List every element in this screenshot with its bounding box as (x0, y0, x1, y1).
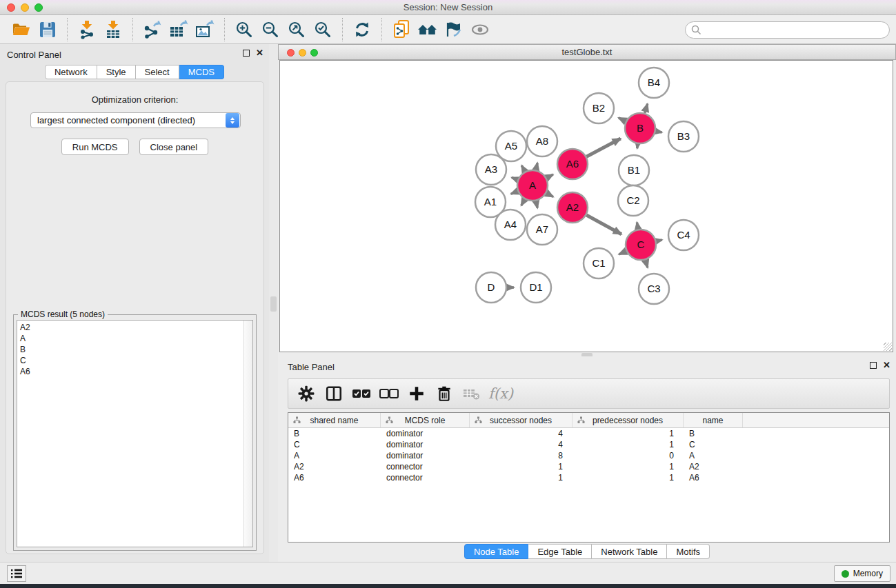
criterion-dropdown[interactable]: largest connected component (directed) (30, 112, 241, 128)
zoom-out-button[interactable] (257, 17, 283, 42)
edge-A-A2[interactable] (546, 193, 553, 196)
edge-A2-C[interactable] (586, 215, 621, 234)
home-icon (417, 21, 439, 38)
table-row[interactable]: Cdominator41C (288, 439, 889, 450)
node-table[interactable]: shared nameMCDS rolesuccessor nodesprede… (288, 412, 890, 543)
zoom-network-button[interactable] (310, 49, 318, 57)
tab-node-table[interactable]: Node Table (464, 544, 529, 559)
edge-C-C2[interactable] (637, 223, 638, 230)
edge-A-A3[interactable] (512, 178, 518, 180)
tab-select[interactable]: Select (136, 65, 179, 79)
result-item[interactable]: C (20, 355, 243, 366)
edge-C-C3[interactable] (646, 260, 648, 267)
search-box[interactable] (685, 21, 890, 39)
refresh-button[interactable] (349, 17, 375, 42)
save-session-button[interactable] (34, 17, 61, 42)
select-all-columns-button[interactable] (349, 381, 374, 406)
zoom-selected-button[interactable] (310, 17, 336, 42)
export-image-button[interactable] (192, 17, 218, 42)
column-header-successor-nodes[interactable]: successor nodes (470, 413, 573, 427)
minimize-network-button[interactable] (299, 49, 306, 57)
splitter-grip[interactable] (270, 296, 277, 312)
show-hide-button[interactable] (467, 17, 493, 42)
network-canvas[interactable]: AA1A2A3A4A5A6A7A8BB1B2B3B4CC1C2C3C4DD1 (279, 60, 893, 352)
cyndex-button[interactable] (388, 17, 415, 42)
show-columns-button[interactable] (321, 381, 346, 406)
window-resize-handle[interactable] (884, 343, 892, 351)
table-row[interactable]: A6connector11A6 (288, 472, 889, 483)
run-mcds-button[interactable]: Run MCDS (61, 139, 129, 155)
float-panel-icon[interactable] (243, 50, 250, 57)
deselect-all-columns-button[interactable] (377, 381, 401, 406)
task-history-button[interactable] (7, 565, 26, 582)
table-cell: A6 (684, 472, 743, 483)
export-network-button[interactable] (139, 17, 166, 42)
search-input[interactable] (705, 25, 889, 35)
result-item[interactable]: A2 (20, 322, 243, 333)
table-cell: B (684, 428, 743, 439)
float-table-panel-icon[interactable] (870, 362, 877, 369)
table-row[interactable]: Bdominator41B (288, 428, 889, 439)
import-network-button[interactable] (74, 17, 100, 42)
edge-A-A7[interactable] (536, 201, 537, 208)
result-item[interactable]: A6 (20, 366, 243, 377)
minimize-window-button[interactable] (21, 3, 29, 12)
edge-A-A1[interactable] (511, 191, 518, 194)
column-header-MCDS-role[interactable]: MCDS role (381, 413, 470, 427)
memory-button[interactable]: Memory (834, 565, 890, 582)
edge-A-A8[interactable] (536, 163, 537, 170)
close-panel-icon[interactable]: ✕ (256, 50, 263, 57)
table-row[interactable]: Adominator80A (288, 450, 889, 461)
export-table-button[interactable] (166, 17, 192, 42)
edge-B-B4[interactable] (645, 104, 648, 113)
mcds-result-list[interactable]: A2ABCA6 (17, 320, 253, 547)
tab-style[interactable]: Style (97, 65, 136, 79)
memory-label: Memory (853, 569, 883, 578)
edge-B-B3[interactable] (656, 131, 662, 132)
open-file-button[interactable] (8, 17, 34, 42)
zoom-fit-button[interactable] (283, 17, 310, 42)
edge-C-C4[interactable] (656, 240, 661, 241)
graphics-details-button[interactable] (441, 17, 467, 42)
table-row[interactable]: A2connector11A2 (288, 461, 889, 472)
unchecked-boxes-icon (379, 387, 399, 401)
zoom-in-button[interactable] (231, 17, 257, 42)
tab-network[interactable]: Network (45, 65, 97, 79)
node-label-D1: D1 (529, 281, 542, 293)
close-network-button[interactable] (287, 49, 295, 57)
optimization-criterion-label: Optimization criterion: (6, 94, 263, 105)
edge-A-A5[interactable] (521, 165, 525, 172)
column-header-name[interactable]: name (684, 413, 743, 427)
add-column-button[interactable] (404, 381, 429, 406)
edge-A-A4[interactable] (521, 199, 525, 205)
table-panel-header: Table Panel ✕ (278, 356, 896, 377)
close-table-panel-icon[interactable]: ✕ (883, 362, 890, 369)
zoom-window-button[interactable] (34, 3, 43, 12)
delete-column-button[interactable] (432, 381, 457, 406)
toolbar-separator (67, 18, 68, 41)
node-label-B1: B1 (628, 164, 640, 176)
edge-A6-B[interactable] (586, 139, 620, 156)
list-scrollbar[interactable] (243, 321, 252, 547)
import-table-button[interactable] (100, 17, 126, 42)
table-settings-button[interactable] (294, 381, 319, 406)
edge-C-C1[interactable] (619, 251, 626, 254)
edge-A-A6[interactable] (546, 174, 553, 178)
column-header-shared-name[interactable]: shared name (288, 413, 381, 427)
close-window-button[interactable] (7, 3, 15, 12)
edge-B-B2[interactable] (619, 118, 626, 121)
panel-splitter[interactable] (269, 44, 278, 562)
ndex-home-button[interactable] (415, 17, 441, 42)
tab-edge-table[interactable]: Edge Table (528, 544, 592, 559)
result-item[interactable]: B (20, 344, 243, 355)
tab-motifs[interactable]: Motifs (667, 544, 710, 559)
node-label-B4: B4 (648, 77, 660, 88)
result-item[interactable]: A (20, 333, 243, 344)
tab-network-table[interactable]: Network Table (592, 544, 667, 559)
column-header-predecessor-nodes[interactable]: predecessor nodes (573, 413, 684, 427)
tab-mcds[interactable]: MCDS (179, 65, 224, 79)
edge-B-B1[interactable] (637, 144, 638, 149)
close-panel-button[interactable]: Close panel (139, 139, 209, 155)
node-label-A4: A4 (504, 219, 517, 230)
network-graph[interactable]: AA1A2A3A4A5A6A7A8BB1B2B3B4CC1C2C3C4DD1 (280, 61, 893, 352)
